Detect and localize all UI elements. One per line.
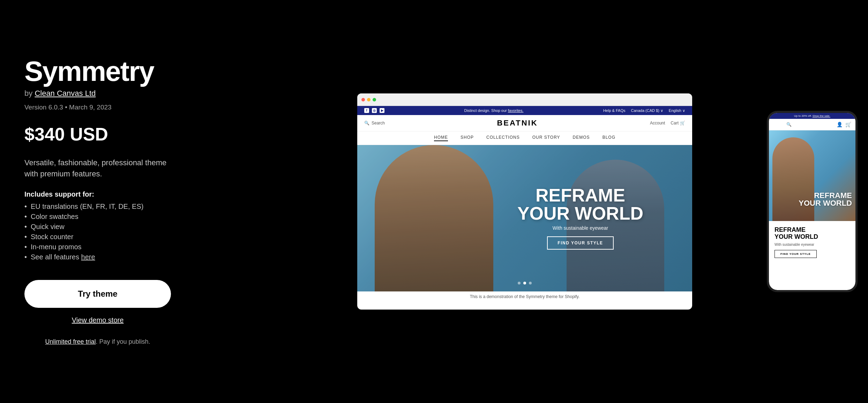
description: Versatile, fashionable, professional the… [24, 157, 171, 180]
hero-cta-button[interactable]: FIND YOUR STYLE [547, 236, 613, 250]
browser-chrome [357, 93, 692, 106]
theme-title: Symmetry [24, 58, 171, 85]
feature-item: Color swatches [24, 213, 171, 221]
browser-dot-expand [373, 98, 376, 101]
instagram-icon: ◎ [372, 108, 377, 113]
announcement-link[interactable]: favorites. [508, 108, 524, 113]
facebook-icon: f [364, 108, 369, 113]
dot-2[interactable] [523, 282, 526, 284]
by-label: by [24, 89, 32, 98]
feature-item: Stock counter [24, 233, 171, 241]
cart-button[interactable]: Cart 🛒 [671, 121, 685, 126]
trial-link[interactable]: Unlimited free trial [45, 338, 96, 345]
right-panel: f ◎ ▶ Distinct design. Shop our favorite… [195, 0, 868, 403]
trial-suffix: . Pay if you publish. [96, 338, 150, 345]
announcement-center: Distinct design. Shop our favorites. [464, 108, 523, 113]
feature-item-last: See all features here [24, 253, 171, 261]
search-label: Search [372, 121, 385, 126]
features-link[interactable]: here [81, 253, 95, 261]
currency-selector[interactable]: Canada (CAD $) ∨ [631, 108, 663, 113]
nav-our-story[interactable]: OUR STORY [532, 135, 560, 141]
feature-item: EU translations (EN, FR, IT, DE, ES) [24, 203, 171, 211]
features-list: EU translations (EN, FR, IT, DE, ES) Col… [24, 203, 171, 263]
social-icons: f ◎ ▶ [364, 108, 384, 113]
search-icon: 🔍 [364, 121, 369, 126]
includes-label: Includes support for: [24, 190, 171, 198]
mobile-cart-icon[interactable]: 🛒 [845, 122, 851, 127]
feature-item: Quick view [24, 223, 171, 231]
store-logo: BEATNIK [497, 119, 538, 128]
feature-item: In-menu promos [24, 243, 171, 251]
mobile-announce-text: Up to 20% off. [794, 114, 813, 117]
mobile-headline-line2: YOUR WORLD [799, 199, 852, 207]
mobile-menu-icon[interactable]: ≡ [773, 122, 776, 127]
search-area[interactable]: 🔍 Search [364, 121, 385, 126]
cart-label: Cart [671, 121, 679, 126]
dot-3[interactable] [529, 282, 532, 284]
author-line: by Clean Canvas Ltd [24, 89, 171, 98]
announcement-right: Help & FAQs Canada (CAD $) ∨ English ∨ [603, 108, 685, 113]
mobile-search-icon[interactable]: 🔍 [786, 122, 792, 127]
price: $340 USD [24, 124, 171, 145]
help-link: Help & FAQs [603, 108, 626, 113]
author-link[interactable]: Clean Canvas Ltd [35, 89, 96, 98]
announcement-bar: f ◎ ▶ Distinct design. Shop our favorite… [357, 106, 692, 115]
demo-caption: This is a demonstration of the Symmetry … [357, 291, 692, 302]
mobile-screen: Up to 20% off. Shop the sale. ≡ 🔍 BEATNI… [769, 113, 855, 290]
mobile-logo: BEATNIK [802, 122, 826, 127]
store-header: 🔍 Search BEATNIK Account Cart 🛒 [357, 115, 692, 131]
mobile-cta-button[interactable]: FIND YOUR STYLE [775, 250, 817, 258]
nav-blog[interactable]: BLOG [603, 135, 615, 141]
mobile-content-line1: REFRAME [775, 227, 850, 234]
browser-dot-minimize [367, 98, 371, 101]
mobile-content-subtitle: With sustainable eyewear [775, 243, 850, 246]
mobile-hero-text: REFRAME YOUR WORLD [799, 192, 852, 207]
mobile-content: REFRAME YOUR WORLD With sustainable eyew… [769, 221, 855, 264]
mobile-content-headline: REFRAME YOUR WORLD [775, 227, 850, 241]
desktop-mockup: f ◎ ▶ Distinct design. Shop our favorite… [357, 93, 692, 310]
nav-demos[interactable]: DEMOS [573, 135, 590, 141]
hero-pagination-dots [518, 282, 532, 284]
store-content: f ◎ ▶ Distinct design. Shop our favorite… [357, 106, 692, 310]
view-demo-link[interactable]: View demo store [24, 316, 171, 324]
mobile-header: ≡ 🔍 BEATNIK 👤 🛒 [769, 119, 855, 130]
version-date: Version 6.0.3 • March 9, 2023 [24, 104, 171, 111]
mobile-headline-line1: REFRAME [799, 192, 852, 199]
mobile-content-line2: YOUR WORLD [775, 234, 850, 241]
nav-collections[interactable]: COLLECTIONS [486, 135, 520, 141]
mobile-hero: REFRAME YOUR WORLD [769, 130, 855, 221]
mobile-hero-person [772, 137, 814, 221]
cart-icon-symbol: 🛒 [680, 121, 685, 126]
mobile-announcement: Up to 20% off. Shop the sale. [769, 113, 855, 119]
language-selector[interactable]: English ∨ [669, 108, 685, 113]
hero-text-block: REFRAME YOUR WORLD With sustainable eyew… [517, 186, 643, 250]
hero-headline-line2: YOUR WORLD [517, 204, 643, 222]
nav-shop[interactable]: SHOP [461, 135, 474, 141]
trial-text: Unlimited free trial. Pay if you publish… [24, 338, 171, 345]
left-panel: Symmetry by Clean Canvas Ltd Version 6.0… [0, 37, 195, 367]
account-link[interactable]: Account [650, 121, 665, 126]
youtube-icon: ▶ [380, 108, 384, 113]
hero-headline-line1: REFRAME [517, 186, 643, 204]
browser-dot-close [361, 98, 365, 101]
hero-headline: REFRAME YOUR WORLD [517, 186, 643, 222]
nav-home[interactable]: HOME [434, 135, 448, 141]
hero-section: REFRAME YOUR WORLD With sustainable eyew… [357, 145, 692, 291]
mobile-account-icon[interactable]: 👤 [837, 122, 843, 127]
mobile-hero-headline: REFRAME YOUR WORLD [799, 192, 852, 207]
hero-subtitle: With sustainable eyewear [517, 225, 643, 231]
try-theme-button[interactable]: Try theme [24, 280, 171, 308]
announcement-text: Distinct design. Shop our [464, 108, 508, 113]
store-nav: HOME SHOP COLLECTIONS OUR STORY DEMOS BL… [357, 131, 692, 145]
store-actions: Account Cart 🛒 [650, 121, 685, 126]
mobile-mockup: Up to 20% off. Shop the sale. ≡ 🔍 BEATNI… [767, 111, 858, 292]
dot-1[interactable] [518, 282, 521, 284]
mobile-icons: 👤 🛒 [837, 122, 851, 127]
mobile-announce-link[interactable]: Shop the sale. [813, 114, 830, 117]
